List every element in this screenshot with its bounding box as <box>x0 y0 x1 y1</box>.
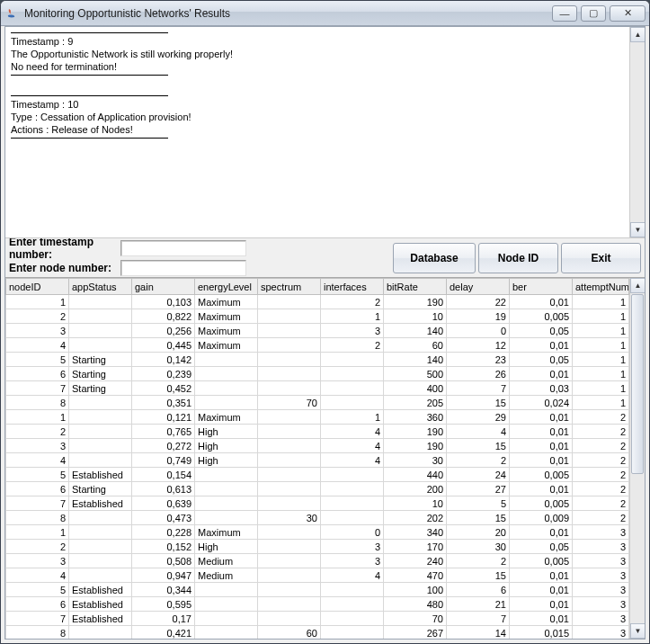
cell-delay[interactable]: 14 <box>447 626 510 640</box>
cell-gain[interactable]: 0,473 <box>132 511 195 525</box>
timestamp-input[interactable] <box>120 240 246 256</box>
cell-appStatus[interactable] <box>69 540 132 554</box>
cell-delay[interactable]: 19 <box>447 309 510 324</box>
cell-interfaces[interactable] <box>321 367 384 381</box>
cell-bitRate[interactable]: 340 <box>384 525 447 540</box>
cell-ber[interactable]: 0,005 <box>510 554 573 568</box>
cell-attemptNum[interactable]: 2 <box>573 482 629 496</box>
cell-attemptNum[interactable]: 2 <box>573 453 629 468</box>
cell-appStatus[interactable] <box>69 410 132 425</box>
cell-bitRate[interactable]: 470 <box>384 568 447 583</box>
cell-appStatus[interactable] <box>69 309 132 324</box>
cell-energyLevel[interactable] <box>195 612 258 626</box>
minimize-button[interactable]: — <box>552 5 577 22</box>
cell-appStatus[interactable]: Starting <box>69 367 132 381</box>
cell-interfaces[interactable]: 4 <box>321 439 384 453</box>
cell-energyLevel[interactable] <box>195 482 258 496</box>
cell-attemptNum[interactable]: 3 <box>573 540 629 554</box>
cell-delay[interactable]: 2 <box>447 453 510 468</box>
cell-attemptNum[interactable]: 3 <box>573 626 629 640</box>
cell-delay[interactable]: 15 <box>447 439 510 453</box>
cell-spectrum[interactable] <box>258 324 321 338</box>
cell-energyLevel[interactable]: Maximum <box>195 338 258 353</box>
cell-ber[interactable]: 0,01 <box>510 525 573 540</box>
cell-nodeID[interactable]: 6 <box>6 482 69 496</box>
cell-interfaces[interactable]: 1 <box>321 309 384 324</box>
cell-spectrum[interactable]: 60 <box>258 626 321 640</box>
cell-appStatus[interactable] <box>69 338 132 353</box>
scrollbar-thumb[interactable] <box>631 294 644 474</box>
cell-appStatus[interactable] <box>69 295 132 309</box>
column-header-delay[interactable]: delay <box>447 279 510 295</box>
cell-interfaces[interactable] <box>321 583 384 597</box>
database-button[interactable]: Database <box>393 243 476 273</box>
cell-nodeID[interactable]: 2 <box>6 540 69 554</box>
cell-gain[interactable]: 0,17 <box>132 612 195 626</box>
cell-energyLevel[interactable] <box>195 511 258 525</box>
cell-attemptNum[interactable]: 3 <box>573 583 629 597</box>
cell-spectrum[interactable] <box>258 554 321 568</box>
cell-nodeID[interactable]: 6 <box>6 597 69 612</box>
table-row[interactable]: 6Established0,595480210,013 <box>6 597 629 612</box>
cell-interfaces[interactable]: 2 <box>321 295 384 309</box>
table-row[interactable]: 5Established0,34410060,013 <box>6 583 629 597</box>
scroll-up-icon[interactable]: ▲ <box>630 27 645 42</box>
cell-nodeID[interactable]: 4 <box>6 338 69 353</box>
cell-delay[interactable]: 24 <box>447 468 510 482</box>
cell-gain[interactable]: 0,154 <box>132 468 195 482</box>
table-row[interactable]: 40,445Maximum260120,011 <box>6 338 629 353</box>
cell-attemptNum[interactable]: 1 <box>573 396 629 410</box>
cell-bitRate[interactable]: 360 <box>384 410 447 425</box>
cell-nodeID[interactable]: 1 <box>6 410 69 425</box>
cell-nodeID[interactable]: 4 <box>6 453 69 468</box>
cell-energyLevel[interactable]: Medium <box>195 554 258 568</box>
cell-ber[interactable]: 0,015 <box>510 626 573 640</box>
cell-energyLevel[interactable]: Maximum <box>195 525 258 540</box>
cell-ber[interactable]: 0,01 <box>510 482 573 496</box>
table-header-row[interactable]: nodeIDappStatusgainenergyLevelspectrumin… <box>6 279 629 295</box>
table-row[interactable]: 40,749High43020,012 <box>6 453 629 468</box>
cell-appStatus[interactable]: Starting <box>69 353 132 367</box>
cell-appStatus[interactable]: Established <box>69 612 132 626</box>
cell-delay[interactable]: 20 <box>447 525 510 540</box>
table-row[interactable]: 20,765High419040,012 <box>6 425 629 439</box>
cell-interfaces[interactable]: 0 <box>321 525 384 540</box>
column-header-interfaces[interactable]: interfaces <box>321 279 384 295</box>
column-header-appStatus[interactable]: appStatus <box>69 279 132 295</box>
cell-nodeID[interactable]: 7 <box>6 496 69 511</box>
nodeid-button[interactable]: Node ID <box>478 243 558 273</box>
cell-ber[interactable]: 0,01 <box>510 367 573 381</box>
cell-attemptNum[interactable]: 3 <box>573 612 629 626</box>
cell-interfaces[interactable]: 4 <box>321 453 384 468</box>
cell-appStatus[interactable]: Starting <box>69 381 132 396</box>
table-scrollbar[interactable]: ▲ ▼ <box>629 278 645 639</box>
column-header-bitRate[interactable]: bitRate <box>384 279 447 295</box>
cell-ber[interactable]: 0,009 <box>510 511 573 525</box>
scroll-down-icon[interactable]: ▼ <box>630 623 645 639</box>
maximize-button[interactable]: ▢ <box>581 5 606 22</box>
cell-appStatus[interactable] <box>69 439 132 453</box>
cell-attemptNum[interactable]: 2 <box>573 468 629 482</box>
cell-energyLevel[interactable]: Medium <box>195 568 258 583</box>
cell-gain[interactable]: 0,452 <box>132 381 195 396</box>
cell-spectrum[interactable] <box>258 525 321 540</box>
cell-delay[interactable]: 4 <box>447 425 510 439</box>
cell-attemptNum[interactable]: 3 <box>573 525 629 540</box>
cell-energyLevel[interactable]: High <box>195 439 258 453</box>
cell-spectrum[interactable] <box>258 583 321 597</box>
cell-attemptNum[interactable]: 1 <box>573 353 629 367</box>
table-row[interactable]: 7Established0,6391050,0052 <box>6 496 629 511</box>
cell-energyLevel[interactable] <box>195 626 258 640</box>
cell-gain[interactable]: 0,765 <box>132 425 195 439</box>
cell-appStatus[interactable] <box>69 568 132 583</box>
cell-spectrum[interactable] <box>258 496 321 511</box>
exit-button[interactable]: Exit <box>561 243 641 273</box>
cell-interfaces[interactable] <box>321 496 384 511</box>
cell-gain[interactable]: 0,228 <box>132 525 195 540</box>
cell-ber[interactable]: 0,05 <box>510 324 573 338</box>
cell-nodeID[interactable]: 4 <box>6 568 69 583</box>
column-header-gain[interactable]: gain <box>132 279 195 295</box>
cell-interfaces[interactable] <box>321 381 384 396</box>
table-row[interactable]: 30,272High4190150,012 <box>6 439 629 453</box>
cell-delay[interactable]: 7 <box>447 612 510 626</box>
